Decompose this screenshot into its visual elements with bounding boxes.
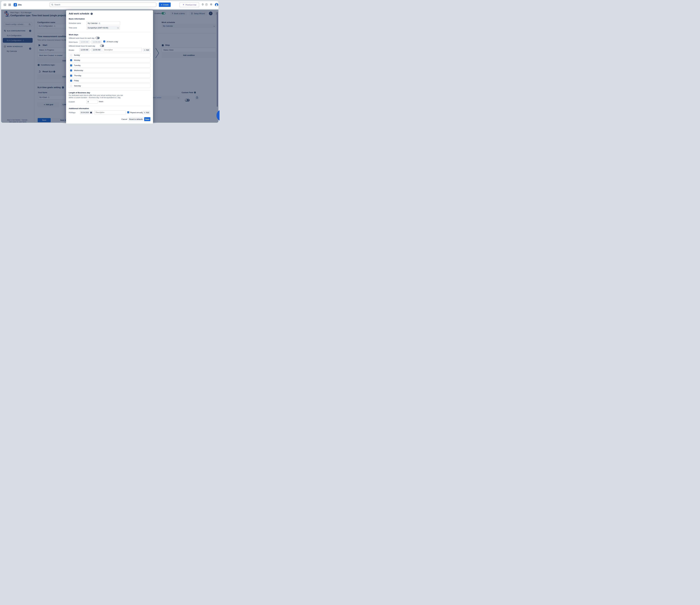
work-hours-to-input[interactable]: 12:00 AM [91, 40, 102, 44]
chevron-down-icon [117, 27, 119, 28]
day-row-sunday[interactable]: Sunday [69, 53, 150, 57]
day-row-friday[interactable]: Friday [69, 78, 150, 83]
day-row-wednesday[interactable]: Wednesday [69, 68, 150, 73]
search-icon [51, 4, 53, 6]
divider [69, 32, 150, 32]
day-label: Saturday [74, 85, 81, 87]
app-root: Jira Search + Create Premium trial ? ⚙ [0, 0, 220, 123]
day-checkbox[interactable] [70, 85, 72, 87]
global-search-input[interactable]: Search [50, 2, 156, 7]
day-row-tuesday[interactable]: Tuesday [69, 63, 150, 68]
day-checkbox[interactable] [70, 59, 72, 61]
day-checkbox[interactable] [70, 80, 72, 82]
lob-description-line2: define a custom duration – Business day.… [69, 97, 121, 99]
break-from-input[interactable]: 12:00 AM [79, 48, 90, 52]
day-checkbox[interactable] [70, 75, 72, 77]
user-avatar[interactable] [215, 3, 218, 6]
modal-title: Add work schedule [69, 13, 89, 15]
create-button[interactable]: + Create [159, 2, 171, 7]
holiday-description-input[interactable] [94, 111, 126, 115]
add-break-button[interactable]: + Add [143, 48, 150, 52]
jira-logo-icon[interactable] [14, 3, 17, 6]
add-holiday-button[interactable]: + Add [143, 111, 150, 115]
day-label: Tuesday [74, 65, 80, 66]
work-hours-from-input[interactable]: 12:00 AM [79, 40, 90, 44]
diff-work-hours-label: Different work hours for each day [69, 37, 95, 39]
day-label: Friday [74, 80, 79, 82]
break-description-input[interactable] [103, 48, 142, 52]
additional-information-heading: Additional information [69, 107, 89, 110]
premium-diamond-icon [182, 4, 184, 6]
day-label: Sunday [74, 54, 80, 56]
24-hours-label: 24 hours a day [106, 41, 118, 43]
timezone-select[interactable]: Europe/Kyiv (GMT+03:00) [86, 26, 120, 30]
day-label: Wednesday [74, 70, 83, 71]
divider [69, 90, 150, 90]
page-scrollbar[interactable] [217, 12, 218, 107]
day-checkbox[interactable] [70, 70, 72, 71]
custom-label: Custom [69, 101, 75, 103]
day-row-saturday[interactable]: Saturday [69, 83, 150, 88]
day-label: Monday [74, 59, 80, 61]
plus-icon: + [144, 112, 145, 114]
divider [69, 106, 150, 106]
add-work-schedule-modal: Add work schedule Basic information Sche… [66, 10, 153, 123]
basic-information-heading: Basic information [69, 18, 85, 20]
custom-hours-input[interactable] [86, 100, 98, 103]
app-switcher-icon[interactable] [8, 4, 11, 6]
modal-save-button[interactable]: Save [144, 117, 150, 121]
24-hours-checkbox[interactable] [103, 41, 105, 43]
day-row-thursday[interactable]: Thursday [69, 73, 150, 78]
day-checkbox[interactable] [70, 65, 72, 66]
holidays-label: Holidays [69, 112, 75, 114]
calendar-icon [90, 112, 92, 114]
notifications-bell-icon[interactable] [201, 3, 204, 6]
work-hours-label: Work hours [69, 41, 78, 43]
breaks-label: Breaks [69, 49, 74, 51]
length-business-day-heading: Length of Business day [69, 92, 90, 94]
modal-reset-defaults-button[interactable]: Reset to defaults [128, 117, 143, 121]
sidebar-toggle-icon[interactable] [4, 3, 6, 6]
top-navigation-bar: Jira Search + Create Premium trial ? ⚙ [1, 1, 218, 8]
modal-cancel-button[interactable]: Cancel [121, 117, 128, 121]
help-icon[interactable]: ? [205, 3, 208, 6]
lob-description-line1: For dedicated work time to differ from y… [69, 94, 123, 96]
schedule-name-label: Schedule name [69, 22, 81, 24]
hours-label: hours [99, 101, 103, 102]
modal-title-info-icon[interactable] [91, 13, 93, 15]
day-label: Thursday [74, 75, 81, 77]
break-to-input[interactable]: 12:00 AM [91, 48, 102, 52]
schedule-name-input[interactable] [86, 21, 120, 25]
plus-icon: + [144, 49, 145, 51]
diff-break-hours-toggle[interactable] [100, 45, 104, 47]
holiday-date-input[interactable]: 02.04.2026 [80, 111, 93, 115]
diff-work-hours-toggle[interactable] [96, 37, 100, 39]
settings-gear-icon[interactable]: ⚙ [210, 3, 212, 6]
premium-trial-button[interactable]: Premium trial [180, 2, 199, 7]
repeat-annually-label: Repeat annually [130, 112, 143, 114]
time-separator: - [90, 41, 91, 43]
diff-break-hours-label: Different break hours for each day [69, 45, 95, 47]
day-checkbox[interactable] [70, 54, 72, 56]
work-days-heading: Work days [69, 33, 78, 36]
jira-wordmark: Jira [18, 3, 22, 6]
timezone-label: Time zone [69, 27, 77, 29]
plus-icon: + [161, 3, 162, 6]
day-row-monday[interactable]: Monday [69, 58, 150, 62]
time-separator: - [90, 49, 91, 51]
search-placeholder: Search [54, 4, 155, 6]
repeat-annually-checkbox[interactable] [127, 111, 129, 113]
